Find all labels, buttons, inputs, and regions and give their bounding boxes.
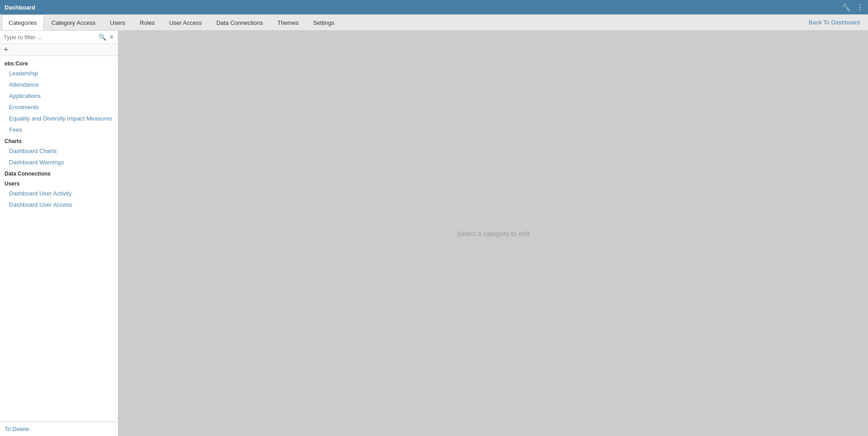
group-header-ebs-core: ebs:Core xyxy=(0,58,118,68)
list-item-dashboard-user-access[interactable]: Dashboard User Access xyxy=(0,199,118,210)
list-item-fees[interactable]: Fees xyxy=(0,124,118,135)
list-item-leadership[interactable]: Leadership xyxy=(0,68,118,79)
sidebar-footer: To Delete xyxy=(0,422,118,436)
sidebar: 🔍 ✕ + ebs:Core Leadership Attendance App… xyxy=(0,31,118,436)
content-placeholder: Select a category to edit xyxy=(457,230,530,237)
group-header-data-connections: Data Connections xyxy=(0,168,118,178)
list-item-equality-diversity[interactable]: Equality and Diversity Impact Measures xyxy=(0,113,118,124)
list-item-attendance[interactable]: Attendance xyxy=(0,79,118,90)
search-icon[interactable]: 🔍 xyxy=(98,33,106,41)
tab-category-access[interactable]: Category Access xyxy=(45,14,103,30)
list-item-applications[interactable]: Applications xyxy=(0,90,118,102)
list-item-dashboard-user-activity[interactable]: Dashboard User Activity xyxy=(0,188,118,199)
tab-users[interactable]: Users xyxy=(103,14,132,30)
tab-bar: Categories Category Access Users Roles U… xyxy=(0,14,868,31)
list-item-enrolments[interactable]: Enrolments xyxy=(0,102,118,113)
category-list: ebs:Core Leadership Attendance Applicati… xyxy=(0,56,118,422)
top-bar: Dashboard 🔧 ⋮ xyxy=(0,0,868,14)
back-to-dashboard-link[interactable]: Back To Dashboard xyxy=(803,16,866,28)
tab-themes[interactable]: Themes xyxy=(271,14,305,30)
tab-user-access[interactable]: User Access xyxy=(163,14,209,30)
list-item-dashboard-warnings[interactable]: Dashboard Warnings xyxy=(0,157,118,168)
top-bar-actions: 🔧 ⋮ xyxy=(842,3,863,12)
tab-categories[interactable]: Categories xyxy=(2,14,44,30)
main-layout: 🔍 ✕ + ebs:Core Leadership Attendance App… xyxy=(0,31,868,436)
tab-settings[interactable]: Settings xyxy=(306,14,341,30)
menu-icon[interactable]: ⋮ xyxy=(856,3,863,12)
tab-data-connections[interactable]: Data Connections xyxy=(210,14,270,30)
app-title: Dashboard xyxy=(5,4,35,11)
filter-bar: 🔍 ✕ xyxy=(0,31,118,44)
group-header-users: Users xyxy=(0,178,118,188)
group-header-charts: Charts xyxy=(0,135,118,145)
content-area: Select a category to edit xyxy=(118,31,868,436)
to-delete-link[interactable]: To Delete xyxy=(5,426,29,432)
clear-filter-icon[interactable]: ✕ xyxy=(109,33,114,41)
add-category-button[interactable]: + xyxy=(4,46,9,54)
tab-roles[interactable]: Roles xyxy=(133,14,161,30)
wrench-icon[interactable]: 🔧 xyxy=(842,3,851,12)
list-item-dashboard-charts[interactable]: Dashboard Charts xyxy=(0,145,118,157)
filter-input[interactable] xyxy=(4,34,96,41)
